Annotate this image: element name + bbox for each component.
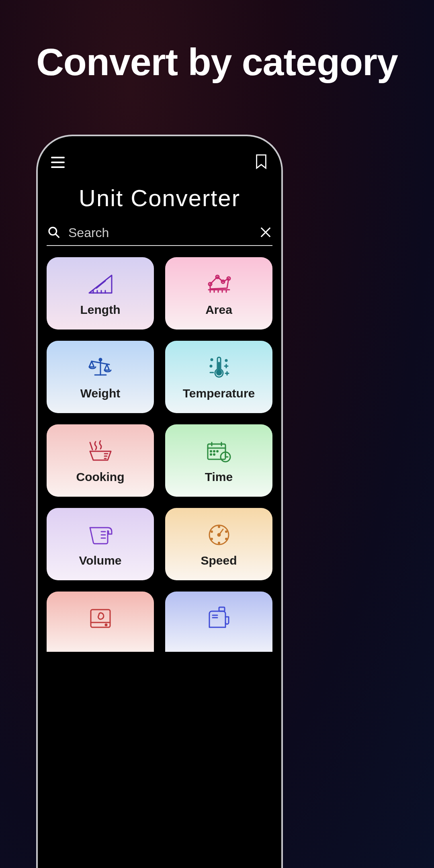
svg-point-48 [225, 538, 227, 540]
svg-point-45 [211, 531, 212, 532]
fuel-icon [203, 604, 235, 632]
category-grid: Length Area [38, 246, 281, 580]
search-icon [47, 226, 60, 240]
category-card-volume[interactable]: Volume [47, 508, 154, 580]
category-label: Weight [80, 387, 120, 400]
category-label: Volume [79, 554, 121, 567]
svg-rect-53 [219, 607, 225, 611]
svg-line-1 [55, 234, 59, 237]
svg-point-44 [218, 526, 219, 528]
category-label: Temperature [183, 387, 255, 400]
category-label: Area [205, 303, 232, 317]
svg-line-43 [219, 529, 223, 535]
top-bar [38, 154, 281, 180]
speed-icon [203, 521, 235, 549]
bookmark-button[interactable] [253, 154, 269, 170]
svg-point-11 [99, 358, 102, 361]
time-icon [203, 437, 235, 465]
svg-point-14 [211, 359, 213, 360]
category-card-weight[interactable]: Weight [47, 341, 154, 413]
phone-frame: Unit Converter Length [36, 135, 283, 868]
svg-point-46 [225, 531, 227, 532]
category-label: Length [80, 303, 121, 317]
length-icon [84, 270, 117, 298]
bookmark-icon [255, 154, 268, 171]
cooking-icon [84, 437, 117, 465]
svg-point-15 [210, 365, 212, 367]
promo-headline: Convert by category [0, 0, 434, 84]
search-input[interactable] [68, 225, 252, 240]
category-label: Speed [201, 554, 237, 567]
category-card-area[interactable]: Area [165, 257, 272, 330]
svg-point-0 [49, 227, 57, 235]
svg-point-30 [210, 451, 211, 452]
svg-point-16 [225, 360, 227, 361]
svg-point-47 [211, 538, 212, 540]
svg-point-49 [218, 542, 219, 544]
category-card-speed[interactable]: Speed [165, 508, 272, 580]
svg-point-31 [213, 451, 215, 452]
category-grid-partial [38, 580, 281, 652]
category-label: Cooking [76, 470, 125, 484]
category-card-fuel[interactable] [165, 592, 272, 652]
weight-icon [84, 354, 117, 382]
menu-button[interactable] [50, 154, 66, 170]
menu-icon [51, 157, 65, 168]
category-card-cooking[interactable]: Cooking [47, 424, 154, 497]
category-card-temperature[interactable]: Temperature [165, 341, 272, 413]
area-icon [203, 270, 235, 298]
svg-line-25 [90, 442, 92, 450]
category-card-data[interactable] [47, 592, 154, 652]
category-label: Time [205, 470, 233, 484]
data-icon [84, 604, 117, 632]
svg-point-33 [210, 454, 211, 455]
clear-search-button[interactable] [260, 226, 272, 240]
volume-icon [84, 521, 117, 549]
app-title: Unit Converter [38, 184, 281, 211]
category-card-length[interactable]: Length [47, 257, 154, 330]
svg-point-52 [105, 624, 107, 626]
temperature-icon [203, 354, 235, 382]
search-bar [47, 221, 272, 246]
category-card-time[interactable]: Time [165, 424, 272, 497]
svg-point-32 [217, 451, 218, 452]
svg-point-34 [213, 454, 215, 455]
